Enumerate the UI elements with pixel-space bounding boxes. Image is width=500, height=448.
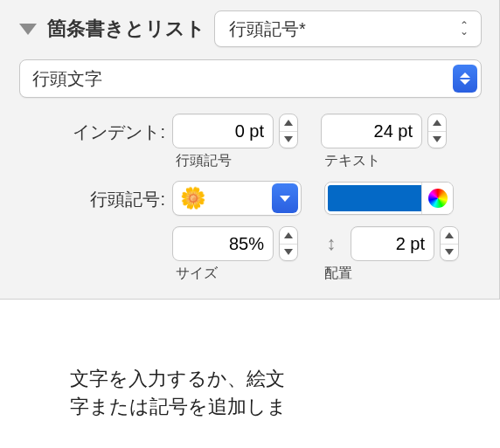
dropdown-icon bbox=[272, 183, 298, 213]
align-vertical-icon: ↕ bbox=[321, 226, 342, 261]
chevron-down-icon bbox=[445, 249, 454, 255]
size-stepper[interactable] bbox=[279, 226, 298, 261]
bullet-indent-stepper[interactable] bbox=[279, 114, 298, 148]
list-style-popup[interactable]: 行頭記号* ⌃⌄ bbox=[214, 10, 482, 47]
size-align-row: サイズ ↕ 配置 bbox=[19, 226, 482, 283]
bullets-lists-panel: 箇条書きとリスト 行頭記号* ⌃⌄ 行頭文字 インデント: 行頭記号 bbox=[0, 0, 500, 300]
chevron-down-icon bbox=[284, 136, 293, 142]
chevron-up-icon bbox=[433, 120, 441, 126]
callout-line2: 字または記号を追加しま bbox=[70, 393, 287, 421]
bullet-character-combo[interactable]: 🌼 bbox=[172, 181, 302, 216]
size-input[interactable] bbox=[172, 226, 274, 261]
color-swatch bbox=[325, 183, 421, 214]
text-indent-input[interactable] bbox=[321, 114, 422, 148]
bullet-indent-sublabel: 行頭記号 bbox=[172, 152, 232, 170]
panel-header: 箇条書きとリスト 行頭記号* ⌃⌄ bbox=[19, 10, 482, 47]
bullet-emoji: 🌼 bbox=[180, 186, 272, 210]
color-picker-button[interactable] bbox=[421, 183, 453, 214]
size-sublabel: サイズ bbox=[172, 265, 218, 283]
chevron-up-icon bbox=[284, 232, 293, 238]
chevron-up-icon bbox=[445, 232, 454, 238]
callout-text: 文字を入力するか、絵文 字または記号を追加しま bbox=[70, 365, 287, 421]
size-field: サイズ bbox=[172, 226, 298, 283]
align-input[interactable] bbox=[351, 226, 434, 261]
bullet-indent-input[interactable] bbox=[172, 114, 274, 148]
bullet-type-value: 行頭文字 bbox=[32, 67, 102, 91]
bullet-symbol-label: 行頭記号: bbox=[19, 181, 172, 211]
disclosure-triangle-icon[interactable] bbox=[19, 24, 37, 35]
panel-title: 箇条書きとリスト bbox=[47, 16, 205, 42]
callout-line1: 文字を入力するか、絵文 bbox=[70, 365, 287, 393]
align-field: ↕ 配置 bbox=[321, 226, 459, 283]
indent-label: インデント: bbox=[19, 114, 172, 144]
align-stepper[interactable] bbox=[440, 226, 459, 261]
text-indent-stepper[interactable] bbox=[427, 114, 447, 148]
align-sublabel: 配置 bbox=[321, 265, 352, 283]
bullet-color-well[interactable] bbox=[324, 182, 454, 215]
list-style-value: 行頭記号* bbox=[229, 17, 306, 41]
bullet-indent-field: 行頭記号 bbox=[172, 114, 298, 170]
chevron-down-icon bbox=[284, 249, 293, 255]
indent-row: インデント: 行頭記号 bbox=[19, 114, 482, 170]
color-wheel-icon bbox=[428, 189, 448, 208]
bullet-type-select[interactable]: 行頭文字 bbox=[19, 59, 482, 98]
select-arrows-icon bbox=[453, 65, 477, 93]
chevron-down-icon bbox=[433, 136, 441, 142]
updown-icon: ⌃⌄ bbox=[460, 23, 469, 35]
text-indent-sublabel: テキスト bbox=[321, 152, 380, 170]
text-indent-field: テキスト bbox=[321, 114, 447, 170]
bullet-symbol-row: 行頭記号: 🌼 bbox=[19, 181, 482, 216]
chevron-up-icon bbox=[284, 120, 293, 126]
